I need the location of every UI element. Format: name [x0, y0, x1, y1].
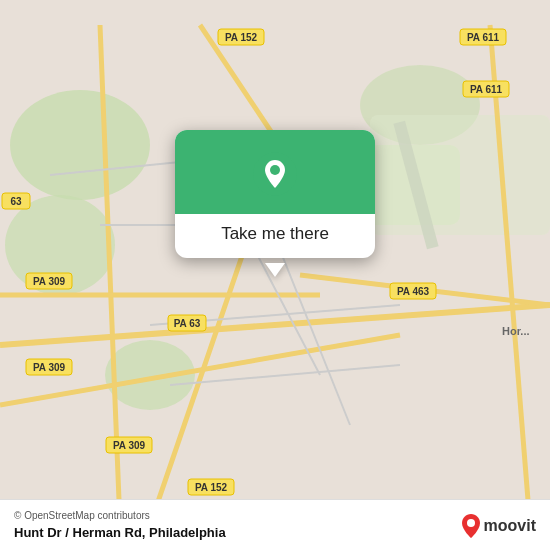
svg-text:PA 309: PA 309	[33, 362, 66, 373]
map-container: PA 611 PA 611 PA 152 63 PA 309 PA 63 PA …	[0, 0, 550, 550]
popup-bottom: Take me there	[175, 214, 375, 258]
popup-top	[175, 130, 375, 214]
svg-text:PA 611: PA 611	[470, 84, 503, 95]
svg-text:Hor...: Hor...	[502, 325, 530, 337]
svg-text:PA 152: PA 152	[195, 482, 228, 493]
svg-text:PA 63: PA 63	[174, 318, 201, 329]
svg-text:PA 152: PA 152	[225, 32, 258, 43]
svg-text:PA 463: PA 463	[397, 286, 430, 297]
moovit-pin-icon	[461, 514, 481, 538]
popup-triangle	[265, 263, 285, 277]
svg-text:PA 611: PA 611	[467, 32, 500, 43]
svg-text:PA 309: PA 309	[33, 276, 66, 287]
location-pin-icon	[253, 152, 297, 196]
svg-text:63: 63	[10, 196, 22, 207]
attribution-text: © OpenStreetMap contributors	[14, 510, 536, 521]
moovit-brand-text: moovit	[484, 517, 536, 535]
svg-point-44	[270, 165, 280, 175]
location-name-label: Hunt Dr / Herman Rd, Philadelphia	[14, 525, 226, 540]
take-me-there-button[interactable]: Take me there	[221, 224, 329, 244]
moovit-logo: moovit	[461, 514, 536, 538]
svg-point-1	[10, 90, 150, 200]
popup-card: Take me there	[175, 130, 375, 258]
svg-text:PA 309: PA 309	[113, 440, 146, 451]
location-name-row: Hunt Dr / Herman Rd, Philadelphia	[14, 525, 536, 540]
svg-point-45	[467, 519, 475, 527]
